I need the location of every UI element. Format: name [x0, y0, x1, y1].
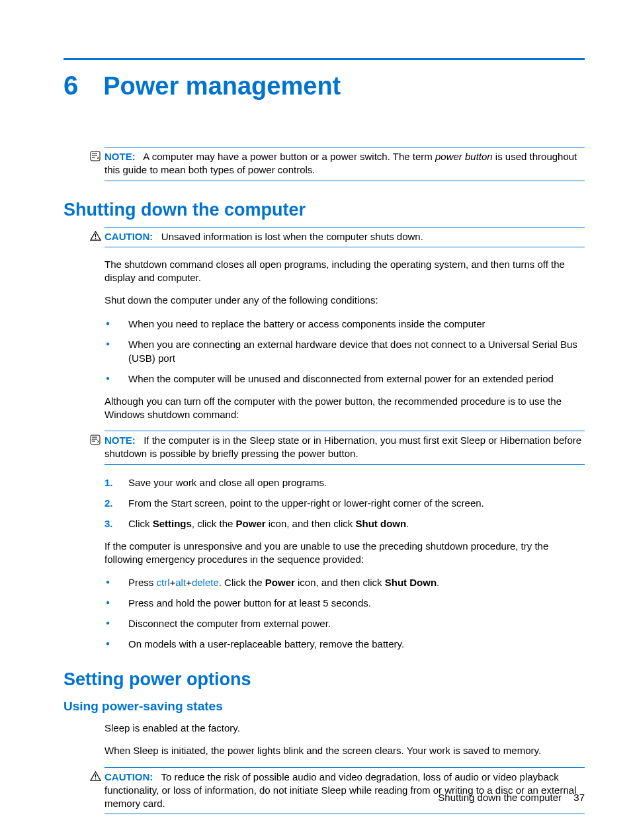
step-item: Save your work and close all open progra… — [105, 476, 585, 489]
para-conditions-intro: Shut down the computer under any of the … — [105, 294, 585, 307]
para-sleep-enabled: Sleep is enabled at the factory. — [105, 722, 585, 735]
caution-label: CAUTION: — [105, 231, 153, 242]
step3-post: . — [406, 518, 409, 529]
list-item: Disconnect the computer from external po… — [105, 616, 585, 630]
page-footer: Shutting down the computer 37 — [438, 792, 585, 803]
em1-mid2: icon, and then click — [295, 577, 385, 588]
em1-bold2: Shut Down — [385, 577, 437, 588]
note-label: NOTE: — [105, 151, 136, 162]
svg-point-2 — [95, 237, 97, 239]
caution-box-1: CAUTION: Unsaved information is lost whe… — [105, 227, 585, 247]
svg-rect-3 — [91, 435, 100, 444]
list-item: Press and hold the power button for at l… — [105, 596, 585, 610]
plus1: + — [170, 577, 176, 588]
list-item: When you are connecting an external hard… — [105, 337, 585, 365]
key-delete: delete — [192, 577, 219, 588]
em1-mid: . Click the — [219, 577, 265, 588]
svg-point-5 — [95, 778, 97, 779]
note-2-text: NOTE: If the computer is in the Sleep st… — [105, 435, 581, 459]
list-item: On models with a user-replaceable batter… — [105, 637, 585, 651]
caution-icon — [90, 771, 101, 784]
para-recommended: Although you can turn off the computer w… — [105, 395, 585, 422]
caution-1-text: CAUTION: Unsaved information is lost whe… — [105, 231, 423, 242]
plus2: + — [186, 577, 192, 588]
note-2-body: If the computer is in the Sleep state or… — [105, 435, 581, 459]
chapter-rule — [63, 58, 585, 60]
step3-pre: Click — [128, 518, 153, 529]
section-power-options: Setting power options — [63, 669, 585, 690]
step-item: From the Start screen, point to the uppe… — [105, 496, 585, 510]
caution-2-body: To reduce the risk of possible audio and… — [105, 771, 576, 810]
step3-b1: Settings — [153, 518, 192, 529]
chapter-title: Power management — [103, 72, 341, 101]
note-1-text: NOTE: A computer may have a power button… — [105, 151, 577, 175]
section-shutting-down: Shutting down the computer — [63, 200, 585, 220]
note-box-1: NOTE: A computer may have a power button… — [105, 147, 585, 181]
step3-mid2: icon, and then click — [266, 518, 356, 529]
chapter-number: 6 — [63, 71, 78, 101]
caution-box-2: CAUTION: To reduce the risk of possible … — [105, 767, 585, 815]
em1-post: . — [437, 577, 439, 588]
note-icon — [90, 435, 101, 448]
em1-bold1: Power — [265, 577, 295, 588]
para-shutdown-desc: The shutdown command closes all open pro… — [105, 258, 585, 285]
step-item: Click Settings, click the Power icon, an… — [105, 517, 585, 530]
list-item: When you need to replace the battery or … — [105, 317, 585, 331]
key-ctrl: ctrl — [157, 577, 170, 588]
para-sleep-desc: When Sleep is initiated, the power light… — [105, 744, 585, 757]
note-1-pre: A computer may have a power button or a … — [143, 151, 435, 162]
note-icon — [90, 151, 101, 164]
step3-b3: Shut down — [355, 518, 406, 529]
para-unresponsive: If the computer is unresponsive and you … — [105, 540, 585, 567]
shutdown-steps: Save your work and close all open progra… — [105, 476, 585, 530]
em1-pre: Press — [128, 577, 157, 588]
note-box-2: NOTE: If the computer is in the Sleep st… — [105, 431, 585, 465]
chapter-header: 6 Power management — [63, 71, 585, 101]
list-item: Press ctrl+alt+delete. Click the Power i… — [105, 575, 585, 589]
note-label: NOTE: — [105, 435, 136, 446]
conditions-list: When you need to replace the battery or … — [105, 317, 585, 386]
subsection-power-saving: Using power-saving states — [63, 699, 585, 714]
emergency-list: Press ctrl+alt+delete. Click the Power i… — [105, 575, 585, 651]
note-1-italic: power button — [435, 151, 493, 162]
caution-icon — [90, 231, 101, 243]
svg-rect-0 — [91, 151, 100, 161]
step3-b2: Power — [236, 518, 266, 529]
caution-2-text: CAUTION: To reduce the risk of possible … — [105, 771, 576, 810]
footer-section: Shutting down the computer — [438, 792, 562, 803]
list-item: When the computer will be unused and dis… — [105, 372, 585, 386]
caution-1-body: Unsaved information is lost when the com… — [161, 231, 423, 242]
key-alt: alt — [175, 577, 186, 588]
caution-label: CAUTION: — [105, 771, 153, 782]
step3-mid1: , click the — [192, 518, 236, 529]
footer-page-number: 37 — [573, 792, 585, 803]
